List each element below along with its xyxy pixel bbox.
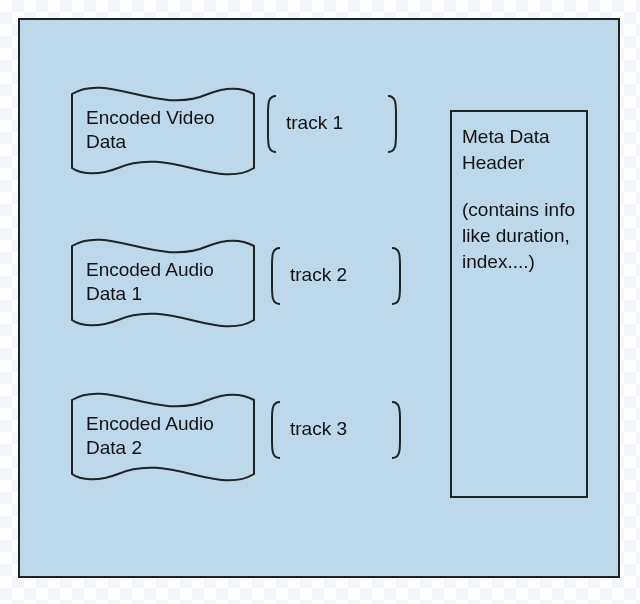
bracket-left-icon [266, 246, 284, 306]
track-text: track 3 [290, 418, 347, 440]
track-label-2: track 2 [266, 246, 406, 306]
meta-data-header-box: Meta Data Header (contains info like dur… [450, 110, 588, 498]
bracket-left-icon [262, 94, 280, 154]
data-flag-audio-1: Encoded Audio Data 1 [68, 228, 258, 328]
data-flag-audio-2: Encoded Audio Data 2 [68, 382, 258, 482]
track-label-1: track 1 [262, 94, 402, 154]
flag-label: Encoded Audio Data 2 [86, 412, 236, 460]
bracket-right-icon [384, 94, 402, 154]
meta-body: (contains info like duration, index....) [462, 197, 576, 274]
meta-title: Meta Data Header [462, 124, 576, 175]
flag-label: Encoded Audio Data 1 [86, 258, 236, 306]
bracket-left-icon [266, 400, 284, 460]
bracket-right-icon [388, 400, 406, 460]
container-box: Encoded Video Data track 1 Encoded Audio… [18, 18, 620, 578]
bracket-right-icon [388, 246, 406, 306]
track-text: track 2 [290, 264, 347, 286]
track-label-3: track 3 [266, 400, 406, 460]
data-flag-video: Encoded Video Data [68, 76, 258, 176]
flag-label: Encoded Video Data [86, 106, 236, 154]
track-text: track 1 [286, 112, 343, 134]
